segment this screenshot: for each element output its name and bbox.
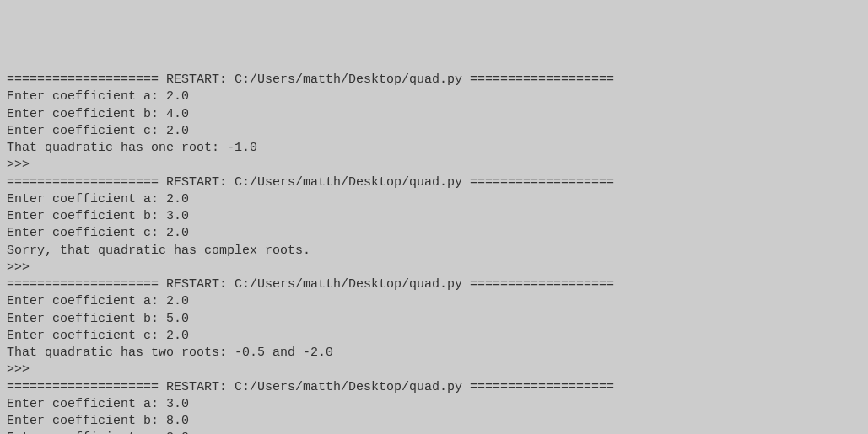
output-line: Enter coefficient a: 3.0 bbox=[7, 396, 861, 413]
prompt-line[interactable]: >>> bbox=[7, 362, 861, 378]
output-line: Enter coefficient a: 2.0 bbox=[7, 293, 861, 310]
output-line: Enter coefficient b: 5.0 bbox=[7, 311, 861, 328]
output-line: Sorry, that quadratic has complex roots. bbox=[7, 243, 861, 260]
output-line: That quadratic has two roots: -0.5 and -… bbox=[7, 345, 861, 362]
output-line: Enter coefficient a: 2.0 bbox=[7, 88, 861, 105]
output-line: ==================== RESTART: C:/Users/m… bbox=[7, 72, 861, 88]
output-line: Enter coefficient c: 2.0 bbox=[7, 123, 861, 140]
prompt-line[interactable]: >>> bbox=[7, 260, 861, 276]
output-line: ==================== RESTART: C:/Users/m… bbox=[7, 174, 861, 191]
console-output: ==================== RESTART: C:/Users/m… bbox=[7, 72, 861, 434]
output-line: ==================== RESTART: C:/Users/m… bbox=[7, 276, 861, 293]
prompt-line[interactable]: >>> bbox=[7, 157, 861, 174]
output-line: Enter coefficient b: 4.0 bbox=[7, 106, 861, 123]
output-line: That quadratic has one root: -1.0 bbox=[7, 140, 861, 157]
output-line: Enter coefficient a: 2.0 bbox=[7, 191, 861, 208]
output-line: Enter coefficient b: 3.0 bbox=[7, 208, 861, 225]
output-line: Enter coefficient b: 8.0 bbox=[7, 413, 861, 430]
output-line: Enter coefficient c: 2.0 bbox=[7, 225, 861, 242]
output-line: Enter coefficient c: 2.0 bbox=[7, 430, 861, 434]
output-line: Enter coefficient c: 2.0 bbox=[7, 328, 861, 345]
output-line: ==================== RESTART: C:/Users/m… bbox=[7, 379, 861, 396]
